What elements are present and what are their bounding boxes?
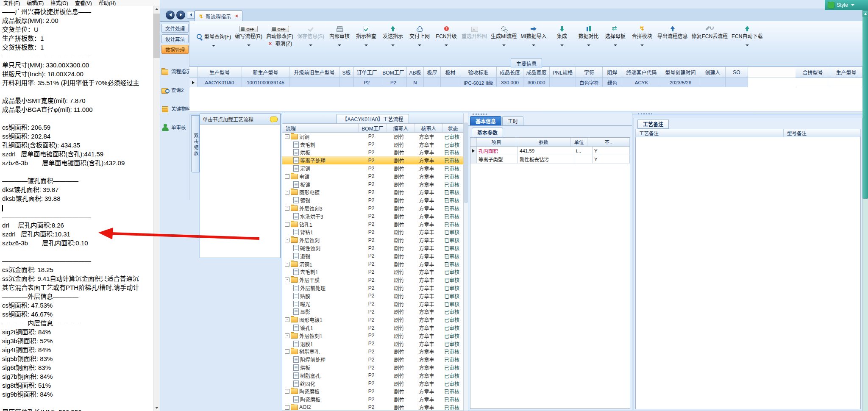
remarks-column-header[interactable]: 型号备注 (784, 129, 861, 137)
scrollbar-thumb[interactable] (153, 14, 160, 58)
main-table-column-header[interactable]: 订单工厂 (354, 67, 380, 78)
tree-row[interactable]: 碱性蚀刻P2剧竹方章丰已审核 (282, 244, 463, 252)
param-value-cell[interactable]: 441.59 (518, 147, 574, 155)
sidebar-flow-instruction[interactable]: 流程指示 (161, 67, 189, 76)
main-table-cell[interactable]: P2 (354, 78, 380, 87)
sidebar-single-audit[interactable]: 单审核 (161, 122, 189, 132)
tree-row[interactable]: 去毛刺P2剧竹方章丰已审核 (282, 141, 463, 149)
nav-back-button[interactable] (166, 11, 175, 19)
main-table-cell[interactable]: IPC-6012 II级 (460, 78, 497, 87)
dropdown-arrow-icon[interactable] (247, 44, 250, 46)
toolbar-start-modify-button[interactable]: OFF启动修改(E)取消(Z) (266, 24, 293, 47)
panel-grip[interactable] (468, 112, 632, 116)
dropdown-arrow-icon[interactable] (445, 44, 448, 46)
main-table-column-header[interactable]: 板材 (441, 67, 460, 78)
tree-row[interactable]: -图形电镀P2剧竹方章丰已审核 (282, 189, 463, 197)
tree-expander-icon[interactable]: - (285, 389, 289, 394)
sidebar-design-algorithm[interactable]: 设计算法 (161, 34, 189, 43)
dropdown-arrow-icon[interactable] (614, 44, 617, 46)
param-value-cell[interactable]: 刚性板去钻污 (518, 155, 574, 163)
dropdown-arrow-icon[interactable] (309, 44, 312, 46)
dropdown-arrow-icon[interactable] (560, 44, 564, 46)
main-table-cell[interactable]: 2023/5/26 (661, 78, 700, 87)
nav-first-button[interactable] (187, 11, 195, 19)
main-table-cell[interactable] (424, 78, 441, 87)
toolbar-repair-ecn-flow-button[interactable]: 修复ECN丢流程 (692, 24, 728, 40)
toolbar-send-instruction-button[interactable]: 发送指示 (381, 24, 404, 46)
main-table-column-header[interactable]: 生产型号 (198, 67, 242, 78)
main-table-cell[interactable]: 10011000039145 (242, 78, 289, 87)
toolbar-deliver-online-button[interactable]: 交付上网 (408, 24, 431, 46)
main-table-column-header[interactable]: 合拼型号 (796, 67, 830, 78)
tree-expander-icon[interactable]: - (285, 317, 289, 322)
main-table-column-header[interactable]: 型号创建时间 (661, 67, 700, 78)
main-table-column-header[interactable]: AB板 (407, 67, 424, 78)
tree-row[interactable]: -外层蚀刻3P2剧竹方章丰已审核 (282, 204, 463, 212)
toolbar-integrate-button[interactable]: 集成 (551, 24, 573, 46)
toolbar-mi-data-import-button[interactable]: MI数据导入 (520, 24, 546, 46)
tree-column-header[interactable]: 核审人 (415, 124, 443, 132)
main-table-cell[interactable]: ACYK (622, 78, 661, 87)
tree-row[interactable]: 阻焊前处理P2剧竹方章丰已审核 (282, 355, 463, 364)
toolbar-model-query-button[interactable]: 型号查询(F) (196, 24, 231, 47)
main-table-column-header[interactable]: SO (726, 67, 748, 78)
main-table-cell[interactable]: AACYK01IA0 (198, 78, 242, 87)
tree-expander-icon[interactable]: - (285, 349, 289, 354)
dropdown-arrow-icon[interactable] (418, 44, 421, 46)
toolbar-select-mother-board-button[interactable]: 选择母板 (604, 24, 627, 46)
window-scrollbar[interactable] (862, 10, 868, 411)
tree-row[interactable]: -钻孔1P2剧竹方章丰已审核 (282, 220, 463, 228)
tab-basic-info[interactable]: 基本信息 (470, 116, 501, 126)
tree-expander-icon[interactable]: - (285, 206, 289, 211)
param-row[interactable]: 等离子类型刚性板去钻污Y (470, 155, 630, 164)
main-table-cell[interactable]: 330.000 (497, 78, 523, 87)
main-table-column-header[interactable]: 终端客户代码 (622, 67, 661, 78)
tree-row[interactable]: 显影P2剧竹方章丰已审核 (282, 308, 463, 316)
main-table-column-header[interactable]: 字符 (576, 67, 603, 78)
tree-row[interactable]: -外层蚀刻P2剧竹方章丰已审核 (282, 236, 463, 244)
tree-column-header[interactable]: 状态 (443, 124, 463, 132)
dropdown-arrow-icon[interactable] (338, 44, 341, 46)
param-row-selector[interactable] (470, 155, 477, 163)
tree-row[interactable]: -树脂塞孔P2剧竹方章丰已审核 (282, 348, 463, 356)
tree-row[interactable]: -沉铜1P2剧竹方章丰已审核 (282, 260, 463, 268)
main-table-cell[interactable] (289, 78, 339, 87)
toolbar-internal-audit-button[interactable]: 内部审核 (328, 24, 351, 46)
toolbar-instruction-check-button[interactable]: 指示检查 (355, 24, 378, 46)
notepad-menu-item[interactable]: 格式(O) (50, 0, 68, 6)
style-toolbar[interactable]: Style (825, 0, 868, 10)
param-row[interactable]: 孔内面积441.59i...Y (470, 147, 630, 155)
tree-expander-icon[interactable]: - (285, 262, 289, 267)
tree-expander-icon[interactable]: - (285, 222, 289, 227)
tree-row[interactable]: 镀锡P2剧竹方章丰已审核 (282, 196, 463, 204)
tree-expander-icon[interactable]: - (285, 278, 289, 282)
main-table-column-header[interactable]: PNL规格 (550, 67, 576, 78)
scroll-up-icon[interactable] (862, 10, 868, 17)
tree-row[interactable]: 板镀P2剧竹方章丰已审核 (282, 181, 463, 189)
tree-row[interactable]: 树脂塞孔P2剧竹方章丰已审核 (282, 372, 463, 380)
dropdown-arrow-icon[interactable] (587, 44, 590, 46)
tree-row[interactable]: 外层前处理P2剧竹方章丰已审核 (282, 284, 463, 292)
tree-row[interactable]: 水洗烘干3P2剧竹方章丰已审核 (282, 212, 463, 220)
main-table-column-header[interactable]: BOM工厂 (380, 67, 407, 78)
dropdown-arrow-icon[interactable] (502, 44, 506, 46)
nav-forward-button[interactable] (176, 11, 185, 19)
dropdown-arrow-icon[interactable] (746, 44, 749, 46)
scrollbar-thumb[interactable] (862, 17, 868, 199)
tree-column-header[interactable]: 流程 (282, 124, 359, 132)
remarks-column-header[interactable]: 工艺备注 (635, 129, 784, 137)
main-table-column-header[interactable]: 新生产型号 (242, 67, 289, 78)
sidebar-query-2[interactable]: 查询2 (161, 85, 189, 94)
scroll-down-icon[interactable] (153, 405, 160, 411)
main-table-column-header[interactable]: S板 (339, 67, 354, 78)
tree-column-header[interactable]: BOM工厂 (359, 124, 387, 132)
main-table-cell[interactable]: P2 (380, 78, 407, 87)
param-column-header[interactable]: 不.. (587, 138, 630, 146)
tree-column-header[interactable]: 编写人 (387, 124, 415, 132)
tree-row[interactable]: 退锡P2剧竹方章丰已审核 (282, 252, 463, 260)
main-table-selected-row[interactable]: AACYK01IA010011000039145P2P2NIPC-6012 II… (189, 78, 862, 87)
toolbar-write-flow-button[interactable]: OFF编写流程(R) (235, 24, 262, 46)
tree-row[interactable]: -外层干膜P2剧竹方章丰已审核 (282, 276, 463, 284)
main-table-cell[interactable] (550, 78, 576, 87)
tree-row[interactable]: 陶瓷磨板P2剧竹方章丰已审核 (282, 395, 463, 403)
